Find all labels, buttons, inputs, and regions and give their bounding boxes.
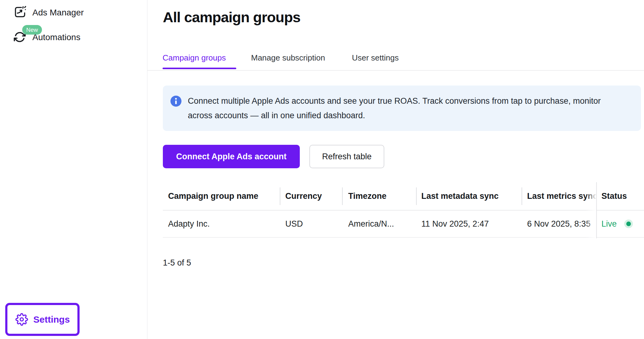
banner-line-2: across accounts — all in one unified das… xyxy=(188,108,601,123)
cell-last-metadata-sync: 11 Nov 2025, 2:47 xyxy=(416,211,522,237)
column-header-name[interactable]: Campaign group name xyxy=(163,182,280,210)
cell-currency: USD xyxy=(280,211,342,237)
live-status-dot-icon xyxy=(624,219,633,228)
cell-status: Live xyxy=(597,211,644,238)
info-icon xyxy=(170,95,182,107)
status-badge: Live xyxy=(601,219,617,229)
active-tab-underline xyxy=(163,68,236,69)
connect-apple-ads-button[interactable]: Connect Apple Ads account xyxy=(163,145,300,168)
sidebar-item-label: Ads Manager xyxy=(32,7,84,18)
column-header-currency[interactable]: Currency xyxy=(280,182,342,210)
info-banner: Connect multiple Apple Ads accounts and … xyxy=(163,86,641,131)
gear-icon xyxy=(15,313,28,326)
status-pinned-column: Status Live xyxy=(596,182,644,238)
new-badge: New xyxy=(22,25,42,35)
banner-text: Connect multiple Apple Ads accounts and … xyxy=(188,94,601,123)
sidebar-item-ads-manager[interactable]: Ads Manager xyxy=(0,3,147,22)
cell-timezone: America/N... xyxy=(342,211,416,237)
table-header-row: Campaign group name Currency Timezone La… xyxy=(163,182,644,211)
sidebar: Ads Manager New Automations Se xyxy=(0,0,147,339)
refresh-table-button[interactable]: Refresh table xyxy=(309,145,384,168)
settings-button[interactable]: Settings xyxy=(5,303,80,336)
cell-campaign-group-name[interactable]: Adapty Inc. xyxy=(163,211,280,237)
tab-bar: Campaign groups Manage subscription User… xyxy=(147,52,644,70)
column-header-timezone[interactable]: Timezone xyxy=(342,182,416,210)
pagination-label: 1-5 of 5 xyxy=(163,258,191,268)
app-root: Ads Manager New Automations Se xyxy=(0,0,644,339)
campaign-groups-table: Campaign group name Currency Timezone La… xyxy=(163,182,644,238)
column-header-last-metadata-sync[interactable]: Last metadata sync xyxy=(416,182,522,210)
settings-label: Settings xyxy=(33,314,70,325)
ads-manager-icon xyxy=(14,6,27,19)
column-header-status[interactable]: Status xyxy=(597,182,644,211)
tab-user-settings[interactable]: User settings xyxy=(352,53,399,63)
tab-campaign-groups[interactable]: Campaign groups xyxy=(163,53,226,63)
tabs-divider xyxy=(147,70,644,71)
tab-manage-subscription[interactable]: Manage subscription xyxy=(251,53,325,63)
main-content: All campaign groups Campaign groups Mana… xyxy=(147,0,644,339)
table-row[interactable]: Adapty Inc. USD America/N... 11 Nov 2025… xyxy=(163,211,644,238)
sidebar-item-automations[interactable]: New Automations xyxy=(0,25,147,46)
banner-line-1: Connect multiple Apple Ads accounts and … xyxy=(188,94,601,108)
page-title: All campaign groups xyxy=(163,9,300,26)
